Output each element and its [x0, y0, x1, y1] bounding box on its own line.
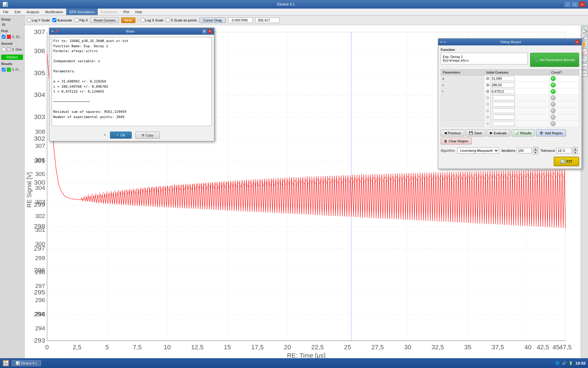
param-empty3-input[interactable]: [490, 108, 515, 113]
param-empty4-input[interactable]: [490, 115, 515, 120]
param-empty1-const-dot[interactable]: [551, 95, 556, 100]
log-y-scale-checkbox[interactable]: [27, 18, 31, 22]
param-c-icon: ⚙: [486, 82, 490, 87]
param-a-input[interactable]: [490, 76, 515, 81]
first-item-checkbox[interactable]: [2, 35, 6, 39]
notes-dialog-title-bar[interactable]: ✕ 📌 Notes ▼ ✕: [49, 28, 214, 35]
iterations-up[interactable]: ▲: [533, 147, 538, 151]
maximize-button[interactable]: □: [571, 1, 578, 7]
menu-epr-simulations[interactable]: EPR Simulations: [66, 9, 98, 15]
flip-x-group: Flip X: [74, 18, 88, 22]
svg-text:20: 20: [284, 344, 291, 351]
notes-textarea[interactable]: Fit to: 3360G_p38,2G_30dB_azot.sr.txt Fu…: [52, 37, 212, 126]
fw-params-table: Parameters Initial Guesses Const? a ⚙: [441, 69, 579, 127]
param-empty3-const-dot[interactable]: [551, 108, 556, 113]
notes-close-btn[interactable]: ✕: [207, 29, 212, 34]
param-empty3-name: [441, 108, 484, 114]
cursor-drag-button[interactable]: Cursor Drag: [199, 17, 226, 23]
reset-cursors-button[interactable]: Reset Cursors: [90, 17, 119, 23]
svg-text:305: 305: [34, 70, 45, 77]
param-empty5-input[interactable]: [490, 121, 515, 126]
fw-close-btn[interactable]: ✕: [575, 40, 580, 44]
log-y-scale-label: Log Y Scale: [32, 18, 50, 22]
iterations-down[interactable]: ▼: [533, 151, 538, 154]
line1-icon[interactable]: 📈: [582, 48, 588, 55]
x-scale-points-checkbox[interactable]: [166, 18, 170, 22]
tolerance-down[interactable]: ▼: [573, 151, 578, 154]
add-region-button[interactable]: ➕ Add Region: [536, 129, 566, 136]
sidebar-second-item[interactable]: 5. Dwa: [1, 47, 23, 52]
start-icon[interactable]: 🪟: [2, 360, 9, 366]
notes-minimize-btn[interactable]: ▼: [202, 29, 207, 34]
iterations-input[interactable]: [517, 148, 532, 153]
ok-label: OK: [120, 133, 125, 137]
zoom-out-icon[interactable]: 🔎: [582, 34, 588, 40]
taskbar-label: Eleana 4.1: [21, 361, 37, 365]
sidebar-results-item[interactable]: 5. FIT to: 336...: [1, 67, 23, 72]
algorithm-select[interactable]: Levenberg-Marquardt: [457, 148, 499, 154]
param-a-const-dot[interactable]: [551, 76, 556, 81]
param-empty2-input[interactable]: [490, 102, 515, 107]
replace-button[interactable]: Replace: [1, 55, 23, 60]
log-x-scale-checkbox[interactable]: [141, 18, 145, 22]
sidebar-all[interactable]: All: [1, 22, 23, 27]
menu-edit[interactable]: Edit: [12, 9, 24, 15]
param-c-input[interactable]: [490, 82, 515, 87]
notes-footer: ↖ ✓ OK ⧉ Copy: [49, 129, 214, 141]
fw-title-bar[interactable]: ✕ ✏ Fitting Wizard ✕: [438, 39, 582, 45]
menu-file[interactable]: File: [0, 9, 12, 15]
taskbar-app-item[interactable]: 📊 Eleana 4.1: [12, 360, 41, 366]
wave-icon[interactable]: 〰: [582, 71, 588, 77]
param-empty4-const-dot[interactable]: [551, 115, 556, 120]
save-button[interactable]: 💾 Save: [466, 129, 485, 136]
svg-text:47,5: 47,5: [559, 344, 572, 351]
results-section-label: Results: [1, 62, 23, 66]
set-params-button[interactable]: 🔧 Set Parameters Bounds: [530, 53, 579, 67]
param-empty2-const-dot[interactable]: [551, 102, 556, 107]
fw-algo-row: Algorithm Levenberg-Marquardt Iterations…: [441, 147, 579, 166]
param-empty5-const-dot[interactable]: [551, 121, 556, 126]
copy-button[interactable]: ⧉ Copy: [135, 132, 160, 139]
tolerance-input[interactable]: [556, 148, 571, 153]
tolerance-group: Tolerance ▲ ▼: [541, 147, 578, 154]
first-button[interactable]: First: [121, 17, 135, 23]
sidebar-first-item[interactable]: 5. 3360G: [1, 34, 23, 40]
svg-text:296: 296: [35, 297, 45, 303]
baseline-icon[interactable]: —: [582, 63, 588, 69]
param-t-input[interactable]: [490, 89, 515, 94]
menu-modification[interactable]: Modification: [42, 9, 66, 15]
param-c-const-dot[interactable]: [551, 82, 556, 87]
table-row: ⚙: [441, 114, 579, 121]
ok-button[interactable]: ✓ OK: [110, 132, 132, 139]
param-empty1-input[interactable]: [490, 95, 515, 100]
evaluate-button[interactable]: ▶ Evaluate: [487, 129, 510, 136]
second-item-checkbox[interactable]: [2, 48, 6, 51]
menu-analysis[interactable]: Analysis: [24, 9, 42, 15]
minimize-button[interactable]: –: [564, 1, 571, 7]
menu-plot[interactable]: Plot: [120, 9, 132, 15]
close-button[interactable]: ✕: [579, 1, 586, 7]
fit-button[interactable]: 🔄 FIT: [554, 157, 579, 166]
notes-content: Fit to: 3360G_p38,2G_30dB_azot.sr.txt Fu…: [49, 35, 214, 129]
zoom-in-icon[interactable]: 🔍: [582, 26, 588, 33]
svg-text:RE: Time [μs]: RE: Time [μs]: [287, 352, 325, 358]
svg-text:45: 45: [552, 344, 560, 351]
pan-icon[interactable]: ✋: [582, 41, 588, 47]
clear-region-button[interactable]: 🗑 Clear Region: [441, 138, 472, 144]
tolerance-up[interactable]: ▲: [573, 147, 578, 151]
svg-text:302: 302: [35, 213, 45, 219]
line2-icon[interactable]: 📉: [582, 56, 588, 62]
group-label: Group: [1, 18, 23, 21]
results-item-checkbox[interactable]: [2, 68, 6, 71]
previous-button[interactable]: ◀ Previous: [441, 129, 464, 136]
table-row: c ⚙: [441, 82, 579, 88]
flip-x-checkbox[interactable]: [74, 18, 78, 22]
autoscale-checkbox[interactable]: [52, 18, 56, 22]
menu-extensions[interactable]: Extensions: [98, 9, 120, 15]
sidebar: Group All First 5. 3360G Second 5. Dwa R…: [0, 15, 24, 358]
param-t-const-dot[interactable]: [551, 89, 556, 94]
notes-dialog: ✕ 📌 Notes ▼ ✕ Fit to: 3360G_p38,2G_30dB_…: [49, 28, 214, 141]
results-button[interactable]: 📊 Results: [511, 129, 535, 136]
status-right: 🌐 🔊 🔋 19:58: [555, 361, 586, 366]
menu-help[interactable]: Help: [132, 9, 145, 15]
